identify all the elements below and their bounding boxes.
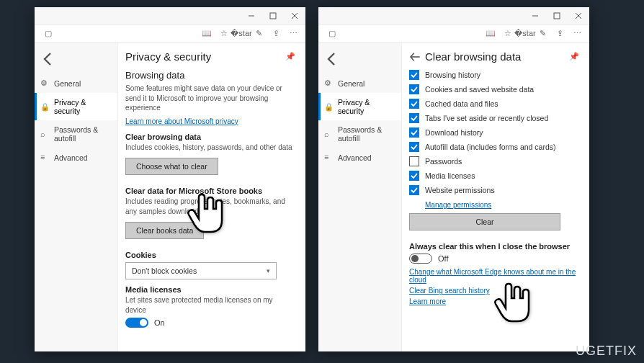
- checkbox-row[interactable]: Passwords: [409, 156, 579, 166]
- sidebar-item-advanced[interactable]: ≡ Advanced: [35, 148, 117, 167]
- checkbox-label: Autofill data (includes forms and cards): [425, 143, 556, 151]
- tab-icon[interactable]: ▢: [327, 29, 337, 39]
- media-licenses-heading: Media licenses: [125, 285, 295, 294]
- checkbox[interactable]: [409, 84, 419, 94]
- sidebar-item-label: Privacy & security: [338, 98, 395, 115]
- favorite-star-icon[interactable]: ☆: [219, 29, 229, 39]
- reading-view-icon[interactable]: 📖: [202, 29, 212, 39]
- checkbox[interactable]: [409, 185, 419, 195]
- clear-books-button[interactable]: Clear books data: [125, 222, 204, 239]
- learn-more-privacy-link[interactable]: Learn more about Microsoft privacy: [125, 117, 238, 125]
- favorite-star-icon[interactable]: ☆: [503, 29, 513, 39]
- checkbox-row[interactable]: Download history: [409, 127, 579, 138]
- cookies-select[interactable]: Don't block cookies ▾: [125, 262, 277, 279]
- minimize-button[interactable]: [241, 7, 262, 24]
- checkbox[interactable]: [409, 142, 419, 152]
- choose-what-to-clear-button[interactable]: Choose what to clear: [125, 158, 218, 175]
- always-clear-toggle[interactable]: [409, 254, 432, 264]
- pin-icon[interactable]: 📌: [569, 52, 579, 61]
- tab-icon[interactable]: ▢: [43, 29, 53, 39]
- cookies-heading: Cookies: [125, 251, 295, 259]
- chevron-down-icon: ▾: [267, 267, 270, 274]
- pin-icon[interactable]: 📌: [285, 52, 295, 61]
- lock-icon: 🔒: [40, 102, 50, 112]
- checkbox-row[interactable]: Cached data and files: [409, 99, 579, 109]
- sidebar-item-label: Advanced: [338, 153, 372, 162]
- checkbox-label: Website permissions: [425, 186, 495, 194]
- clear-bing-link[interactable]: Clear Bing search history: [409, 287, 490, 295]
- sidebar-item-label: Privacy & security: [54, 98, 112, 115]
- more-icon[interactable]: ⋯: [572, 29, 582, 39]
- checkbox-label: Cookies and saved website data: [425, 85, 534, 94]
- clear-books-desc: Includes reading progress, notes, bookma…: [125, 197, 295, 216]
- media-licenses-desc: Let sites save protected media licenses …: [125, 295, 295, 315]
- svg-rect-1: [270, 13, 276, 19]
- clear-browsing-data-desc: Includes cookies, history, passwords, an…: [125, 143, 295, 153]
- checkbox-label: Tabs I've set aside or recently closed: [425, 114, 548, 122]
- sidebar-item-advanced[interactable]: ≡ Advanced: [318, 148, 401, 167]
- maximize-button[interactable]: [262, 7, 284, 24]
- sidebar-item-general[interactable]: ⚙ General: [35, 73, 117, 93]
- checkbox-label: Media licenses: [425, 171, 475, 180]
- checkbox[interactable]: [409, 127, 419, 138]
- checkbox[interactable]: [409, 113, 419, 123]
- checkbox-row[interactable]: Tabs I've set aside or recently closed: [409, 113, 579, 123]
- settings-panel: Privacy & security 📌 Browsing data Some …: [118, 43, 305, 351]
- minimize-button[interactable]: [524, 7, 546, 24]
- close-button[interactable]: [284, 7, 305, 24]
- back-chevron-icon[interactable]: [40, 52, 55, 66]
- manage-permissions-link[interactable]: Manage permissions: [425, 201, 491, 209]
- key-icon: ⌕: [324, 130, 334, 139]
- sidebar-item-label: Passwords & autofill: [54, 125, 112, 143]
- checkbox-row[interactable]: Autofill data (includes forms and cards): [409, 142, 579, 152]
- change-microsoft-link[interactable]: Change what Microsoft Edge knows about m…: [409, 268, 579, 284]
- checkbox[interactable]: [409, 99, 419, 109]
- checkbox-row[interactable]: Browsing history: [409, 70, 579, 80]
- favorites-icon[interactable]: �star: [520, 29, 530, 39]
- checkbox[interactable]: [409, 171, 419, 181]
- favorites-icon[interactable]: �star: [236, 29, 246, 39]
- panel-title: Privacy & security: [125, 50, 211, 63]
- always-clear-heading: Always clear this when I close the brows…: [409, 242, 579, 251]
- sidebar-item-general[interactable]: ⚙ General: [318, 73, 401, 93]
- learn-more-link[interactable]: Learn more: [409, 297, 446, 305]
- close-button[interactable]: [568, 7, 589, 24]
- checkbox-row[interactable]: Cookies and saved website data: [409, 84, 579, 94]
- browser-toolbar: ▢ 📖 ☆ �star ✎ ⇪ ⋯: [318, 24, 589, 43]
- browsing-data-desc: Some features might save data on your de…: [125, 84, 295, 113]
- sidebar-item-label: General: [54, 79, 81, 88]
- gear-icon: ⚙: [40, 79, 50, 88]
- share-icon[interactable]: ⇪: [271, 29, 281, 39]
- media-licenses-toggle[interactable]: [125, 318, 148, 328]
- gear-icon: ⚙: [324, 79, 334, 88]
- checkbox[interactable]: [409, 156, 419, 166]
- checkbox[interactable]: [409, 70, 419, 80]
- checkbox-label: Passwords: [425, 157, 462, 166]
- reading-view-icon[interactable]: 📖: [486, 29, 496, 39]
- notes-icon[interactable]: ✎: [537, 29, 547, 39]
- sidebar-item-label: Passwords & autofill: [338, 125, 395, 143]
- lock-icon: 🔒: [324, 102, 334, 112]
- sidebar-item-passwords[interactable]: ⌕ Passwords & autofill: [318, 120, 401, 148]
- notes-icon[interactable]: ✎: [254, 29, 264, 39]
- maximize-button[interactable]: [546, 7, 568, 24]
- share-icon[interactable]: ⇪: [555, 29, 565, 39]
- titlebar: [318, 7, 589, 24]
- sliders-icon: ≡: [40, 153, 50, 162]
- back-chevron-icon[interactable]: [324, 52, 339, 66]
- clear-button[interactable]: Clear: [409, 213, 560, 230]
- more-icon[interactable]: ⋯: [288, 29, 298, 39]
- clear-data-panel: Clear browsing data 📌 Browsing historyCo…: [402, 43, 589, 351]
- checkbox-row[interactable]: Media licenses: [409, 171, 579, 181]
- sidebar-item-passwords[interactable]: ⌕ Passwords & autofill: [35, 120, 117, 148]
- checkbox-label: Browsing history: [425, 71, 480, 79]
- browsing-data-heading: Browsing data: [125, 70, 295, 81]
- window-left: ▢ 📖 ☆ �star ✎ ⇪ ⋯ ⚙ General 🔒 Privacy & …: [35, 7, 305, 351]
- key-icon: ⌕: [40, 130, 50, 139]
- sidebar-item-privacy[interactable]: 🔒 Privacy & security: [318, 93, 401, 120]
- toggle-state-label: On: [154, 318, 165, 327]
- back-arrow-icon[interactable]: [409, 51, 421, 63]
- checkbox-row[interactable]: Website permissions: [409, 185, 579, 195]
- settings-sidebar: ⚙ General 🔒 Privacy & security ⌕ Passwor…: [318, 43, 402, 351]
- sidebar-item-privacy[interactable]: 🔒 Privacy & security: [35, 93, 117, 120]
